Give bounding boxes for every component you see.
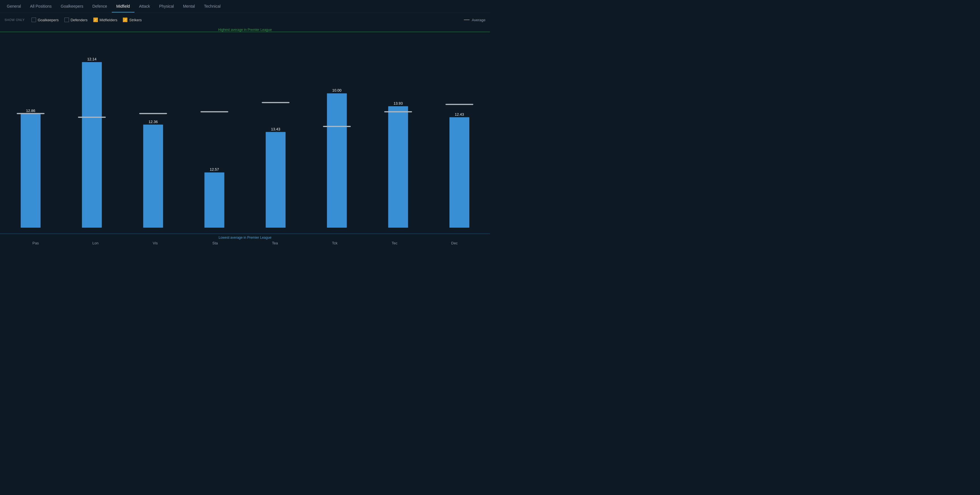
goalkeepers-checkbox[interactable] xyxy=(32,17,36,22)
svg-rect-11 xyxy=(200,111,228,112)
chart-container: Highest average in Premier League 12.861… xyxy=(0,27,490,248)
x-label-tck: Tck xyxy=(305,241,364,245)
strikers-label: Strikers xyxy=(129,18,142,22)
tab-mental[interactable]: Mental xyxy=(178,0,199,13)
x-label-tec: Tec xyxy=(364,241,425,245)
svg-rect-18 xyxy=(388,106,408,228)
svg-text:12.14: 12.14 xyxy=(88,57,97,61)
x-label-lon: Lon xyxy=(65,241,126,245)
x-label-sta: Sta xyxy=(185,241,245,245)
svg-rect-5 xyxy=(78,117,106,118)
svg-rect-23 xyxy=(445,104,473,105)
svg-rect-0 xyxy=(21,114,41,228)
show-only-label: SHOW ONLY xyxy=(5,18,25,22)
svg-text:13.43: 13.43 xyxy=(271,127,280,131)
tab-all-positions[interactable]: All Positions xyxy=(25,0,56,13)
tab-physical[interactable]: Physical xyxy=(154,0,178,13)
x-label-dec: Dec xyxy=(425,241,484,245)
average-legend: Average xyxy=(464,18,485,22)
nav-tabs: General All Positions Goalkeepers Defenc… xyxy=(0,0,490,13)
tab-attack[interactable]: Attack xyxy=(135,0,154,13)
tab-technical[interactable]: Technical xyxy=(199,0,225,13)
filter-strikers[interactable]: Strikers xyxy=(123,17,142,22)
highest-average-label: Highest average in Premier League xyxy=(218,28,272,32)
midfielders-label: Midfielders xyxy=(100,18,118,22)
bars-container: 12.8612.1412.3612.5713.4310.0013.9312.43 xyxy=(0,38,490,228)
defenders-label: Defenders xyxy=(71,18,88,22)
svg-text:12.36: 12.36 xyxy=(148,120,158,124)
tab-general[interactable]: General xyxy=(2,0,25,13)
bar-chart-svg: 12.8612.1412.3612.5713.4310.0013.9312.43 xyxy=(0,38,490,228)
average-label: Average xyxy=(472,18,485,22)
filter-goalkeepers[interactable]: Goalkeepers xyxy=(32,17,59,22)
svg-rect-9 xyxy=(205,172,224,228)
chart-wrapper: Highest average in Premier League 12.861… xyxy=(0,27,490,248)
defenders-checkbox[interactable] xyxy=(64,17,69,22)
tab-midfield[interactable]: Midfield xyxy=(112,0,135,13)
svg-rect-15 xyxy=(327,93,347,228)
svg-text:10.00: 10.00 xyxy=(332,88,342,92)
svg-rect-3 xyxy=(82,62,102,228)
svg-rect-2 xyxy=(17,113,45,114)
svg-rect-14 xyxy=(262,102,290,103)
svg-rect-20 xyxy=(384,111,412,112)
filter-midfielders[interactable]: Midfielders xyxy=(93,17,118,22)
x-axis-labels: Pas Lon Vis Sta Tea Tck Tec Dec xyxy=(0,241,490,245)
filter-bar: SHOW ONLY Goalkeepers Defenders Midfield… xyxy=(0,13,490,27)
strikers-checkbox[interactable] xyxy=(123,17,127,22)
midfielders-checkbox[interactable] xyxy=(93,17,98,22)
svg-rect-8 xyxy=(139,113,167,114)
filter-defenders[interactable]: Defenders xyxy=(64,17,88,22)
svg-rect-12 xyxy=(266,132,285,228)
goalkeepers-label: Goalkeepers xyxy=(38,18,59,22)
x-label-tea: Tea xyxy=(245,241,305,245)
x-label-pas: Pas xyxy=(6,241,65,245)
tab-defence[interactable]: Defence xyxy=(88,0,111,13)
svg-rect-17 xyxy=(323,126,351,127)
lowest-average-line xyxy=(0,233,490,234)
svg-text:12.57: 12.57 xyxy=(210,167,219,171)
svg-rect-6 xyxy=(143,125,163,228)
average-line-icon xyxy=(464,19,469,20)
svg-text:12.86: 12.86 xyxy=(26,109,35,113)
lowest-average-label: Lowest average in Premier League xyxy=(218,236,271,240)
svg-text:12.43: 12.43 xyxy=(455,112,464,116)
x-label-vis: Vis xyxy=(126,241,185,245)
svg-rect-21 xyxy=(449,117,469,228)
tab-goalkeepers[interactable]: Goalkeepers xyxy=(56,0,88,13)
svg-text:13.93: 13.93 xyxy=(393,101,403,105)
